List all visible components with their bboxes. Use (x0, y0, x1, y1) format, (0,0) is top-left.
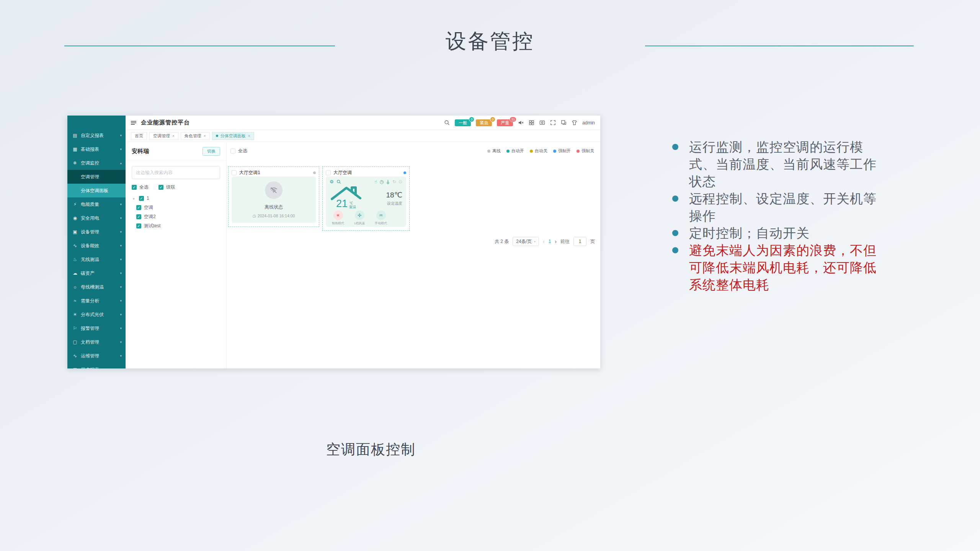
menu-collapse-icon[interactable] (131, 121, 136, 125)
legend-label: 离线 (492, 148, 501, 154)
alarm-chip-urgent[interactable]: 紧急 0 (476, 119, 492, 126)
checkbox-unchecked-icon[interactable] (326, 170, 331, 175)
sidebar-item-distributed-pv[interactable]: ☀ 分布式光伏 ▾ (67, 308, 126, 321)
mute-icon[interactable] (518, 120, 524, 126)
slide-caption: 空调面板控制 (326, 440, 416, 459)
chevron-down-icon: ▾ (120, 340, 122, 344)
theme-shirt-icon[interactable] (572, 120, 577, 126)
legend-label: 强制关 (581, 148, 594, 154)
timer-icon[interactable]: ◷ (379, 179, 383, 184)
slide: 设备管控 ▤ 自定义报表 ▾ ▦ 基础报表 ▾ ❄ 空调监控 ▴ 空调管理 (0, 0, 980, 551)
chevron-up-icon: ▴ (120, 161, 122, 165)
fullscreen-icon[interactable] (550, 120, 556, 126)
alarm-count-badge: 31 (510, 117, 516, 122)
legend-dot (530, 150, 533, 153)
next-page-icon[interactable]: › (555, 238, 557, 245)
tree-node-test[interactable]: ✓ 测试test (132, 221, 220, 230)
close-icon[interactable]: × (248, 133, 250, 139)
cascade-checkbox[interactable]: ✓ 级联 (158, 184, 175, 191)
checkbox-checked-icon[interactable]: ✓ (136, 214, 141, 219)
sidebar-item-electrical-safety[interactable]: ◉ 安全用电 ▾ (67, 211, 126, 225)
sidebar-item-alarm-management[interactable]: ⚐ 报警管理 ▾ (67, 321, 126, 335)
fan-speed-icon: ✣ (355, 210, 364, 220)
close-icon[interactable]: × (204, 133, 206, 139)
sidebar-item-document-management[interactable]: ▢ 文档管理 ▾ (67, 335, 126, 349)
alarm-chip-critical[interactable]: 严重 31 (497, 119, 513, 126)
checkbox-checked-icon: ✓ (158, 185, 163, 190)
bullet-dot (672, 196, 678, 202)
checkbox-unchecked-icon[interactable] (232, 170, 237, 175)
screen-capture-icon[interactable] (539, 120, 545, 126)
tree-node-ac2[interactable]: ✓ 空调2 (132, 212, 220, 221)
sidebar-item-label: 文档管理 (81, 339, 99, 346)
mode-manual[interactable]: ♒ 手动模式 (372, 210, 389, 225)
sidebar-item-device-management[interactable]: ▣ 设备管理 ▾ (67, 225, 126, 239)
sidebar-item-wireless-temp[interactable]: ♨ 无线测温 ▾ (67, 253, 126, 266)
heating-mode-icon: ☀ (333, 210, 343, 220)
tab-ac-management[interactable]: 空调管理 × (149, 132, 178, 140)
sidebar-item-label: 空调管理 (81, 174, 99, 180)
mode-fan-speed[interactable]: ✣ 1档风速 (351, 210, 368, 225)
sidebar-item-busway-temp[interactable]: ☼ 母线槽测温 ▾ (67, 280, 126, 294)
checkbox-checked-icon[interactable]: ✓ (139, 196, 144, 201)
tree-node-label: 测试test (144, 223, 160, 229)
chevron-down-icon: ▾ (120, 326, 122, 330)
switch-button[interactable]: 切换 (203, 147, 220, 156)
sidebar-item-ac-monitor[interactable]: ❄ 空调监控 ▴ (67, 156, 126, 170)
ac-card-online[interactable]: 大厅空调 ⚙ (322, 166, 410, 231)
thermometer-icon[interactable] (386, 179, 390, 184)
tree-node-root[interactable]: ▸ ✓ 1 (132, 194, 220, 203)
bullet-text: 运行监测，监控空调的运行模式、当前温度、当前风速等工作状态 (689, 139, 882, 190)
sidebar-item-label: 安全用电 (81, 215, 99, 222)
sidebar-item-user-report[interactable]: ▥ 用户报表 ▾ (67, 363, 126, 368)
sidebar-item-custom-report[interactable]: ▤ 自定义报表 ▾ (67, 129, 126, 142)
prev-page-icon[interactable]: ‹ (543, 238, 545, 245)
tab-role-management[interactable]: 角色管理 × (181, 132, 210, 140)
username[interactable]: admin (582, 120, 595, 126)
checkbox-checked-icon[interactable]: ✓ (136, 205, 141, 210)
sidebar-item-device-efficiency[interactable]: ∿ 设备能效 ▾ (67, 239, 126, 253)
zoom-icon[interactable] (336, 179, 341, 184)
mode-heating[interactable]: ☀ 制热模式 (330, 210, 346, 225)
sidebar-item-label: 无线测温 (81, 256, 99, 263)
current-page[interactable]: 1 (549, 239, 551, 244)
tree-search-input[interactable] (132, 166, 220, 179)
sidebar-item-basic-report[interactable]: ▦ 基础报表 ▾ (67, 142, 126, 156)
search-icon[interactable] (444, 120, 450, 126)
checkbox-checked-icon[interactable]: ✓ (136, 223, 141, 228)
tree-node-label: 空调 (144, 204, 153, 211)
power-icon[interactable]: ⊙ (399, 179, 402, 184)
room-temp-value: 21 (336, 198, 348, 209)
sidebar-item-split-ac-panel[interactable]: 分体空调面板 (67, 184, 126, 197)
goto-page-input[interactable] (573, 237, 586, 246)
apps-grid-icon[interactable] (529, 120, 534, 126)
chevron-down-icon: ▾ (120, 244, 122, 248)
page-size-select[interactable]: 24条/页 ▾ (513, 237, 539, 246)
checkbox-label: 全选 (139, 184, 149, 191)
select-all-checkbox[interactable]: ✓ 全选 (132, 184, 149, 191)
ac-card-offline[interactable]: 大厅空调1 离线状态 ◷ 20 (228, 166, 319, 227)
sidebar-item-om-management[interactable]: ∿ 运维管理 ▾ (67, 349, 126, 363)
sidebar-item-carbon-asset[interactable]: ☁ 碳资产 ▾ (67, 266, 126, 280)
legend-label: 自动关 (535, 148, 547, 154)
power-quality-icon: ⚡ (72, 202, 78, 207)
tab-split-ac-panel[interactable]: 分体空调面板 × (212, 132, 254, 140)
close-icon[interactable]: × (172, 133, 175, 139)
sidebar-item-demand-analysis[interactable]: ≈ 需量分析 ▾ (67, 294, 126, 308)
sidebar-item-ac-management[interactable]: 空调管理 (67, 170, 126, 184)
settings-gear-icon[interactable]: ⚙ (330, 179, 334, 184)
sidebar-item-label: 分体空调面板 (81, 187, 108, 194)
pagination: 共 2 条 24条/页 ▾ ‹ 1 › 前往 页 (495, 237, 595, 246)
bullet-item: 避免末端人为因素的浪费，不但可降低末端风机电耗，还可降低系统整体电耗 (672, 242, 887, 293)
chevron-down-icon: ▾ (120, 354, 122, 358)
clone-window-icon[interactable] (561, 120, 567, 126)
manual-control-icon[interactable]: ☝ (374, 179, 377, 184)
cards-select-all-checkbox[interactable]: 全选 (230, 148, 247, 154)
refresh-icon[interactable]: ↻ (392, 179, 396, 184)
sidebar-item-power-quality[interactable]: ⚡ 电能质量 ▾ (67, 197, 126, 211)
tree-node-ac[interactable]: ✓ 空调 (132, 203, 220, 212)
caret-icon[interactable]: ▸ (132, 196, 136, 201)
document-management-icon: ▢ (72, 339, 78, 345)
tab-home[interactable]: 首页 (131, 132, 147, 140)
alarm-chip-general[interactable]: 一般 0 (455, 119, 471, 126)
